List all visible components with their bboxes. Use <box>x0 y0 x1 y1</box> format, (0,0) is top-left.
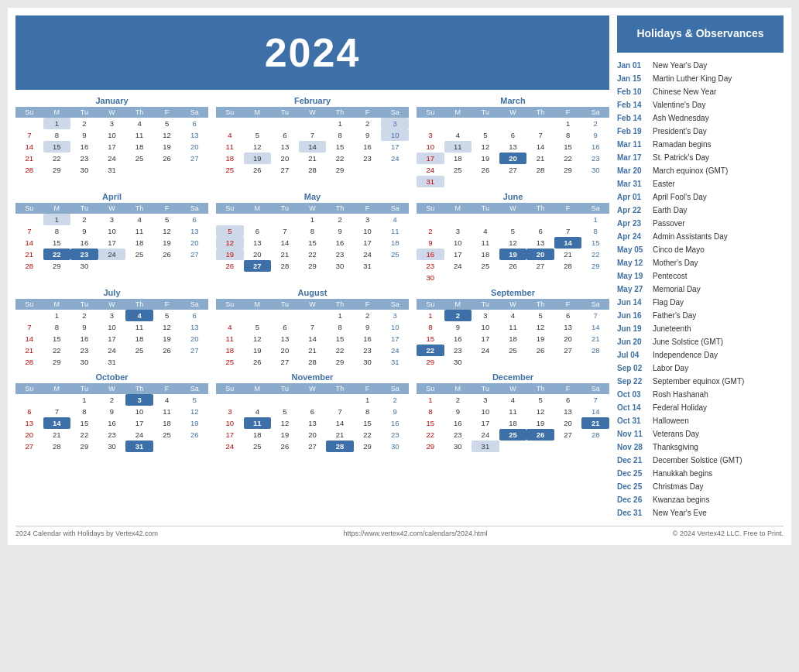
holiday-name: Kwanzaa begins <box>653 493 709 506</box>
calendar-day: 28 <box>271 260 299 272</box>
calendar-day: 23 <box>326 249 354 260</box>
calendar-day: 17 <box>444 249 472 260</box>
calendar-day: 26 <box>526 345 554 356</box>
calendar-day: 15 <box>299 237 327 249</box>
calendar-day: 14 <box>271 237 299 249</box>
calendar-day: 17 <box>216 429 244 441</box>
calendar-day: 11 <box>499 321 527 333</box>
calendar-day <box>554 214 582 225</box>
calendar-day: 12 <box>472 141 499 153</box>
day-header: Tu <box>472 107 499 118</box>
day-header: Th <box>526 203 554 214</box>
calendar-day: 23 <box>98 429 126 441</box>
holiday-name: September equinox (GMT) <box>653 375 744 388</box>
calendar-day: 4 <box>125 118 153 129</box>
holiday-date: Oct 03 <box>617 388 648 401</box>
day-header: M <box>43 299 71 310</box>
calendar-day: 9 <box>444 406 472 417</box>
calendar-day: 14 <box>581 321 609 333</box>
holiday-item: Jun 19Juneteenth <box>617 322 784 335</box>
calendar-day: 23 <box>444 345 472 356</box>
holiday-name: April Fool's Day <box>653 190 707 204</box>
day-header: F <box>354 383 382 394</box>
day-header: Su <box>15 383 43 394</box>
calendar-day: 27 <box>271 356 299 368</box>
calendar-day: 15 <box>354 417 382 429</box>
calendar-day: 11 <box>125 225 153 237</box>
calendar-day: 25 <box>499 429 527 441</box>
calendar-day: 29 <box>326 164 354 176</box>
day-header: F <box>554 299 582 310</box>
calendar-section: 2024 JanuarySuMTuWThFSa12345678910111213… <box>15 15 609 519</box>
calendar-day: 3 <box>472 394 499 406</box>
calendar-day <box>381 260 409 272</box>
page: 2024 JanuarySuMTuWThFSa12345678910111213… <box>8 8 791 545</box>
month-block: JulySuMTuWThFSa1234567891011121314151617… <box>15 288 208 368</box>
calendar-day <box>444 272 472 283</box>
day-header: W <box>98 383 126 394</box>
calendar-day: 26 <box>472 164 499 176</box>
day-header: W <box>98 107 126 118</box>
calendar-day: 2 <box>444 394 472 406</box>
month-table: SuMTuWThFSa12345678910111213141516171819… <box>216 107 409 176</box>
calendar-day <box>472 356 499 368</box>
calendar-day: 6 <box>554 310 582 321</box>
day-header: M <box>43 383 71 394</box>
month-title: June <box>417 192 609 201</box>
calendar-day <box>554 356 582 368</box>
holiday-date: Oct 14 <box>617 401 648 414</box>
holiday-item: Dec 21December Solstice (GMT) <box>617 454 784 467</box>
month-block: NovemberSuMTuWThFSa123456789101112131415… <box>216 372 409 452</box>
calendar-day <box>581 272 609 283</box>
month-title: November <box>216 372 409 382</box>
holiday-name: Veterans Day <box>653 427 699 441</box>
calendar-day <box>180 164 208 176</box>
calendar-day: 2 <box>326 214 354 225</box>
calendar-day: 5 <box>472 129 499 141</box>
calendar-day: 25 <box>216 356 244 368</box>
calendar-day: 20 <box>554 417 582 429</box>
calendar-day: 7 <box>271 225 299 237</box>
holiday-date: Jul 04 <box>617 348 648 362</box>
calendar-day: 7 <box>299 321 327 333</box>
day-header: W <box>299 383 327 394</box>
calendar-day: 22 <box>43 153 71 164</box>
holiday-item: Feb 19President's Day <box>617 125 784 138</box>
calendar-day: 9 <box>70 225 98 237</box>
calendar-day <box>244 118 272 129</box>
calendar-day: 15 <box>417 333 444 345</box>
holiday-item: Oct 14Federal Holiday <box>617 401 784 414</box>
holiday-name: Federal Holiday <box>653 401 707 414</box>
calendar-day: 24 <box>381 153 409 164</box>
calendar-day <box>381 164 409 176</box>
calendar-day: 29 <box>43 356 71 368</box>
calendar-day: 20 <box>299 429 327 441</box>
calendar-day: 28 <box>15 260 43 272</box>
calendar-day: 24 <box>472 429 499 441</box>
calendar-day: 27 <box>244 260 272 272</box>
calendar-day <box>244 310 272 321</box>
day-header: Tu <box>472 203 499 214</box>
calendar-day: 16 <box>70 141 98 153</box>
calendar-day: 2 <box>70 214 98 225</box>
calendar-day: 13 <box>244 237 272 249</box>
calendar-day: 20 <box>554 333 582 345</box>
sidebar-title: Holidays & Observances <box>617 15 784 53</box>
calendar-day: 27 <box>15 441 43 452</box>
calendar-day: 11 <box>381 225 409 237</box>
holiday-name: Juneteenth <box>653 322 691 335</box>
month-block: SeptemberSuMTuWThFSa12345678910111213141… <box>417 288 609 368</box>
calendar-day: 24 <box>417 164 444 176</box>
holiday-name: Rosh Hashanah <box>653 388 708 401</box>
calendar-day: 1 <box>326 118 354 129</box>
calendar-day <box>216 118 244 129</box>
calendar-day: 23 <box>70 153 98 164</box>
holiday-item: Jun 16Father's Day <box>617 309 784 322</box>
calendar-day: 13 <box>299 417 327 429</box>
calendar-day: 28 <box>581 345 609 356</box>
holiday-date: Feb 19 <box>617 125 648 138</box>
holiday-item: Dec 26Kwanzaa begins <box>617 493 784 506</box>
calendar-day: 16 <box>381 417 409 429</box>
day-header: Tu <box>271 299 299 310</box>
calendar-day: 19 <box>499 249 527 260</box>
